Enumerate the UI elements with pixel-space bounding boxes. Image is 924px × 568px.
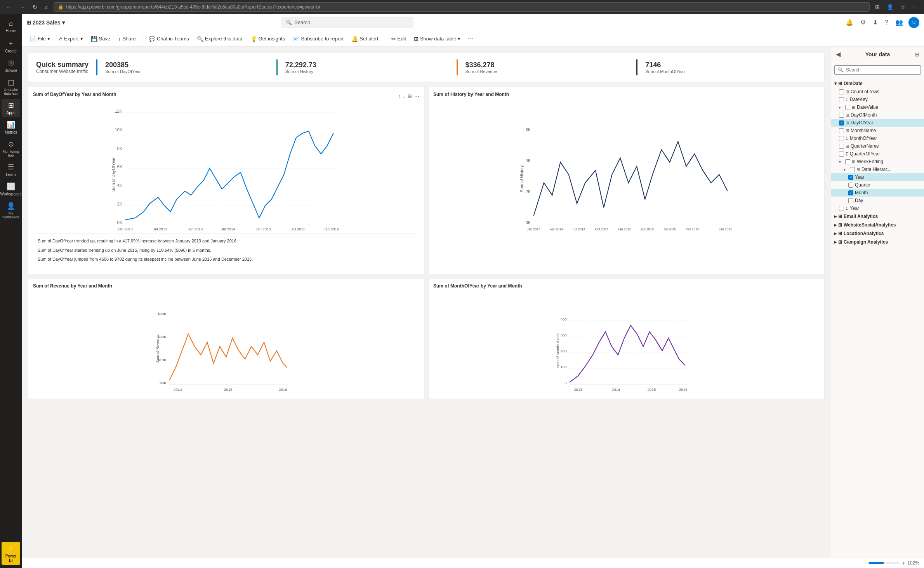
tree-section-websitesocial[interactable]: ▸ ⊞ WebsiteSocialAnalytics xyxy=(831,221,924,229)
tree-item-dayofyear[interactable]: ✓ ⊞ DayOfYear xyxy=(831,119,924,127)
year-sigma-checkbox[interactable] xyxy=(839,206,844,211)
favorites-icon[interactable]: ☆ xyxy=(898,3,908,11)
tree-item-quarterofyear[interactable]: Σ QuarterOfYear xyxy=(831,150,924,158)
report-title[interactable]: 2023 Sales xyxy=(33,19,61,26)
people-icon[interactable]: 👥 xyxy=(894,17,905,28)
tree-item-count-of-rows[interactable]: ⊞ Count of rows xyxy=(831,88,924,96)
panel-collapse-button[interactable]: ◀ xyxy=(836,51,841,58)
datekey-checkbox[interactable] xyxy=(839,97,844,102)
sidebar-item-browse[interactable]: ⊞ Browse xyxy=(2,56,20,75)
toolbar-more-button[interactable]: ··· xyxy=(465,34,476,44)
svg-text:Sum of MonthOfYear: Sum of MonthOfYear xyxy=(556,333,560,368)
filter-search-box[interactable]: 🔍 xyxy=(834,65,921,75)
back-button[interactable]: ← xyxy=(4,3,14,11)
svg-text:2013: 2013 xyxy=(574,387,582,391)
sidebar-item-apps[interactable]: ⊞ Apps xyxy=(2,99,20,117)
tree-section-email-analytics[interactable]: ▸ ⊞ Email Analytics xyxy=(831,212,924,221)
datekey-label: DateKey xyxy=(850,97,921,102)
show-data-table-button[interactable]: ⊞ Show data table ▾ xyxy=(411,34,464,44)
zoom-plus-button[interactable]: + xyxy=(902,560,905,566)
url-bar[interactable]: 🔒 https://app.powerbi.com/groups/me/repo… xyxy=(54,2,870,12)
chart1-more[interactable]: ⋯ xyxy=(414,93,419,99)
tree-item-year-sigma[interactable]: Σ Year xyxy=(831,204,924,212)
set-alert-button[interactable]: 🔔 Set alert xyxy=(348,34,381,44)
sidebar-item-create[interactable]: ＋ Create xyxy=(2,36,20,56)
refresh-button[interactable]: ↻ xyxy=(30,3,40,11)
chart1-svg: 0K 2K 4K 6K 8K 10K 12K Sum of DayOfYear xyxy=(33,100,419,232)
sidebar-item-monitoring[interactable]: ⊙ Monitoring hub xyxy=(2,138,20,160)
chat-in-teams-button[interactable]: 💬 Chat in Teams xyxy=(146,34,192,44)
help-icon[interactable]: ? xyxy=(883,17,890,28)
tree-item-monthname[interactable]: ⊞ MonthName xyxy=(831,127,924,134)
day-checkbox[interactable] xyxy=(848,198,853,203)
tree-section-campaign[interactable]: ▸ ⊞ Campaign Analytics xyxy=(831,238,924,246)
insight-text: Sum of DayOfYear jumped from 4606 to 970… xyxy=(38,256,415,263)
more-browser-icon[interactable]: ⋯ xyxy=(910,3,920,11)
zoom-minus-button[interactable]: − xyxy=(863,560,866,566)
chart1-expand[interactable]: ⊞ xyxy=(408,93,412,99)
sidebar-item-home[interactable]: ⌂ Home xyxy=(2,17,20,35)
tree-item-dayofmonth[interactable]: ⊞ DayOfMonth xyxy=(831,111,924,119)
sidebar-item-powerbi[interactable]: ⚡ Power BI xyxy=(2,542,20,565)
zoom-slider[interactable] xyxy=(868,562,900,564)
tree-item-monthofyear[interactable]: Σ MonthOfYear xyxy=(831,134,924,142)
filter-search-input[interactable] xyxy=(846,67,917,73)
month-checkbox[interactable]: ✓ xyxy=(848,190,853,195)
sidebar-item-myworkspace[interactable]: 👤 My workspace xyxy=(2,199,20,221)
dayofmonth-checkbox[interactable] xyxy=(839,113,844,118)
tree-item-day[interactable]: Day xyxy=(831,197,924,204)
tree-item-datekey[interactable]: Σ DateKey xyxy=(831,96,924,103)
profile-avatar[interactable]: U xyxy=(908,17,919,28)
save-button[interactable]: 💾 Save xyxy=(88,34,114,44)
quarter-checkbox[interactable] xyxy=(848,183,853,188)
tree-item-year[interactable]: ✓ Year xyxy=(831,173,924,181)
export-button[interactable]: ↗ Export ▾ xyxy=(55,34,86,44)
svg-text:Jan 2014: Jan 2014 xyxy=(527,227,540,231)
profile-icon[interactable]: 👤 xyxy=(884,3,896,11)
datevalue-table-icon: ⊞ xyxy=(852,105,855,110)
tree-item-quarter[interactable]: Quarter xyxy=(831,181,924,189)
chart1-sort-desc[interactable]: ↓ xyxy=(403,93,406,99)
tree-item-quartername[interactable]: ⊞ QuarterName xyxy=(831,142,924,150)
count-of-rows-checkbox[interactable] xyxy=(839,89,844,94)
chart1-sort-asc[interactable]: ↑ xyxy=(398,93,401,99)
share-button[interactable]: ↑ Share xyxy=(115,34,139,44)
dayofyear-checkbox[interactable]: ✓ xyxy=(839,120,844,125)
sidebar-item-label: My workspace xyxy=(2,211,19,219)
edit-button[interactable]: ✏ Edit xyxy=(388,34,409,44)
monthname-table-icon: ⊞ xyxy=(846,128,849,133)
settings-icon[interactable]: ⚙ xyxy=(859,17,867,28)
datevalue-checkbox[interactable] xyxy=(845,105,850,110)
file-button[interactable]: 📄 File ▾ xyxy=(26,34,53,44)
tree-section-dimdate[interactable]: ▾ ⊞ DimDate xyxy=(831,79,924,88)
year-checkbox[interactable]: ✓ xyxy=(848,175,853,180)
download-icon[interactable]: ⬇ xyxy=(871,17,879,28)
get-insights-button[interactable]: 💡 Get insights xyxy=(247,34,288,44)
tree-item-month[interactable]: ✓ Month xyxy=(831,189,924,197)
quartername-checkbox[interactable] xyxy=(839,144,844,149)
monthname-checkbox[interactable] xyxy=(839,128,844,133)
tree-item-weekending[interactable]: ▾ ⊞ WeekEnding xyxy=(831,158,924,166)
subscribe-button[interactable]: 📧 Subscribe to report xyxy=(290,34,347,44)
forward-button[interactable]: → xyxy=(17,3,27,11)
tree-item-datevalue[interactable]: ▸ ⊞ DateValue xyxy=(831,103,924,111)
tree-item-date-hierarchy[interactable]: ▾ ⊞ Date Hierarc... xyxy=(831,166,924,173)
title-chevron-icon[interactable]: ▾ xyxy=(62,19,65,26)
sidebar-item-onelake[interactable]: ◫ OneLake data hub xyxy=(2,76,20,98)
sidebar-item-learn[interactable]: ☰ Learn xyxy=(2,160,20,179)
svg-text:Sum of History: Sum of History xyxy=(519,165,524,192)
hierarchy-checkbox[interactable] xyxy=(850,167,855,172)
sidebar-item-metrics[interactable]: 📊 Metrics xyxy=(2,118,20,137)
top-search[interactable]: 🔍 Search xyxy=(281,17,413,28)
sidebar-item-workspaces[interactable]: ⬜ Workspaces xyxy=(2,180,20,199)
toolbar-divider-2 xyxy=(385,35,385,43)
home-button[interactable]: ⌂ xyxy=(43,3,50,11)
weekending-checkbox[interactable] xyxy=(845,159,850,164)
quarterofyear-checkbox[interactable] xyxy=(839,152,844,157)
explore-button[interactable]: 🔍 Explore this data xyxy=(194,34,246,44)
tree-section-location[interactable]: ▸ ⊞ LocationAnalytics xyxy=(831,229,924,238)
sidebar-item-label: Power BI xyxy=(3,554,19,563)
notification-icon[interactable]: 🔔 xyxy=(844,17,855,28)
extensions-icon[interactable]: ⊞ xyxy=(873,3,882,11)
monthofyear-checkbox[interactable] xyxy=(839,136,844,141)
